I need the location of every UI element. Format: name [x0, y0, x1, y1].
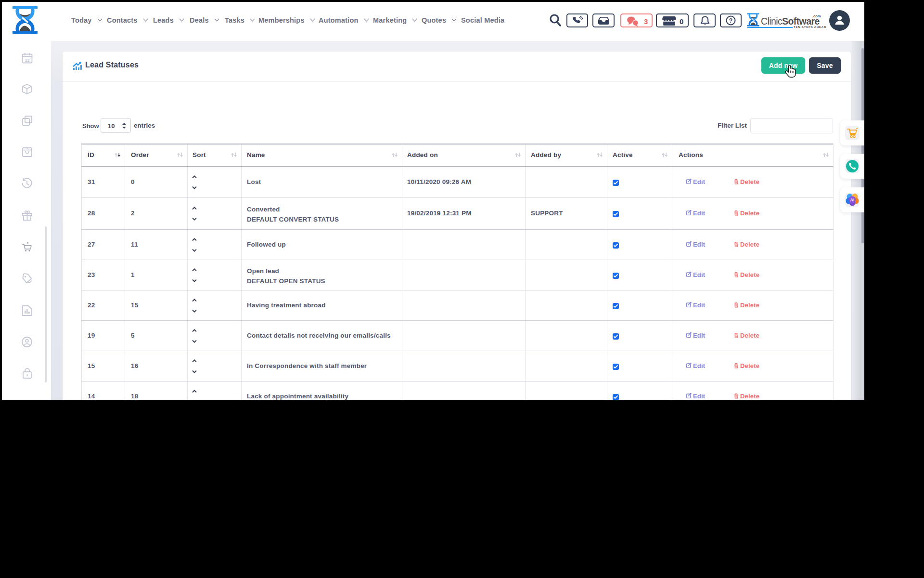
- svg-text:AI: AI: [850, 197, 855, 202]
- svg-text:?: ?: [729, 17, 732, 24]
- svg-text:12: 12: [25, 57, 29, 62]
